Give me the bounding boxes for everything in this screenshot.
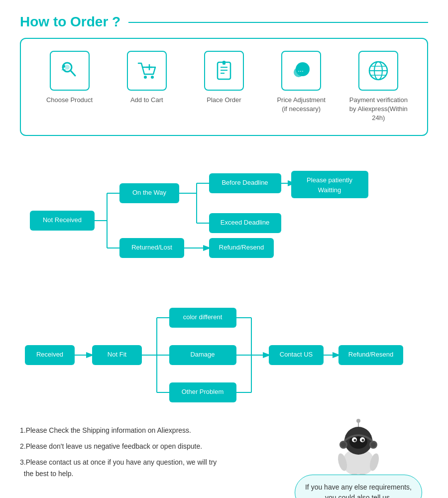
note-line-2: 2.Please don't leave us negative feedbac… [20,441,289,452]
order-steps-box: Choose Product Add to Cart Place Order [20,38,428,136]
received-node: Received [36,351,63,358]
section-title-area: How to Order ? [0,0,448,38]
page-title: How to Order ? [20,14,120,30]
svg-text:Waitting: Waitting [318,186,341,194]
svg-point-64 [362,439,364,441]
step-choose-product: Choose Product [35,51,105,105]
add-to-cart-label: Add to Cart [130,96,163,105]
robot-icon [329,415,388,480]
svg-rect-32 [291,171,368,198]
step-place-order: Place Order [189,51,259,105]
choose-product-label: Choose Product [46,96,93,105]
payment-verification-label: Payment verificationby Aliexpress(Within… [343,96,413,123]
step-price-adjustment: ... Price Adjustment(if necessary) [266,51,336,114]
returned-lost-node: Returned/Lost [131,244,172,251]
svg-point-70 [371,442,376,447]
other-problem-node: Other Problem [182,388,224,395]
svg-point-68 [341,442,346,447]
refund-resend-2-node: Refund/Resend [348,351,393,358]
price-adjustment-icon: ... [281,51,321,91]
contact-us-node: Contact US [280,351,313,358]
svg-point-4 [144,76,147,79]
received-flowchart: Received Not Fit color different Damage … [0,295,448,420]
color-different-node: color different [183,313,223,321]
refund-resend-1-node: Refund/Resend [219,244,264,251]
svg-line-1 [71,71,75,76]
exceed-deadline-node: Exceed Deadline [221,219,269,226]
svg-point-2 [65,65,70,70]
notes-section: 1.Please Check the Shipping information … [0,420,448,498]
add-to-cart-icon [127,51,167,91]
place-order-label: Place Order [207,96,241,105]
bubble-text-2: you could also tell us. [325,494,392,498]
before-deadline-node: Before Deadline [222,179,268,186]
svg-point-66 [356,419,360,423]
svg-point-63 [354,439,356,441]
bubble-text-1: If you have any else requirements, [305,483,412,491]
damage-node: Damage [190,351,215,358]
step-payment-verification: Payment verificationby Aliexpress(Within… [343,51,413,123]
svg-text:...: ... [298,65,304,73]
notes-text-block: 1.Please Check the Shipping information … [20,425,289,485]
payment-verification-icon [358,51,398,91]
not-received-flowchart: Not Received On the Way Before Deadline … [0,151,448,295]
title-line [128,22,428,23]
not-received-node: Not Received [43,216,82,224]
choose-product-icon [50,51,90,91]
note-line-1: 1.Please Check the Shipping information … [20,425,289,436]
speech-bubble: If you have any else requirements, you c… [295,475,422,498]
on-the-way-node: On the Way [132,189,167,196]
note-line-3: 3.Please contact us at once if you have … [20,457,289,479]
svg-point-3 [62,65,65,68]
please-waiting-node: Please patiently [307,176,352,184]
robot-area: If you have any else requirements, you c… [289,415,428,498]
place-order-icon [204,51,244,91]
step-add-to-cart: Add to Cart [112,51,182,105]
svg-point-5 [151,76,154,79]
not-fit-node: Not Fit [108,351,127,358]
price-adjustment-label: Price Adjustment(if necessary) [277,96,326,114]
